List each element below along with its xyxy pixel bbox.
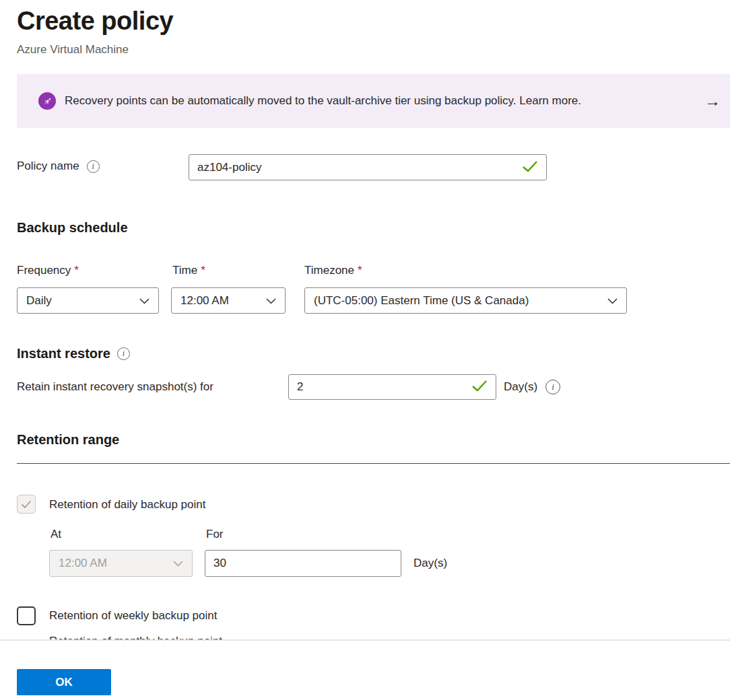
required-marker: * <box>358 264 362 277</box>
days-unit-label: Day(s) <box>413 557 447 570</box>
retain-snapshot-label: Retain instant recovery snapshot(s) for <box>17 380 213 394</box>
banner-message: Recovery points can be automatically mov… <box>65 94 581 108</box>
weekly-retention-checkbox[interactable] <box>17 606 36 625</box>
page-title: Create policy <box>17 7 173 36</box>
chevron-down-icon <box>607 294 618 308</box>
at-time-dropdown: 12:00 AM <box>49 550 193 577</box>
rocket-icon <box>38 92 56 110</box>
for-days-input[interactable] <box>213 557 393 570</box>
instant-restore-info-icon[interactable]: i <box>117 347 130 360</box>
footer-bar: OK <box>0 639 730 700</box>
vault-archive-info-banner[interactable]: Recovery points can be automatically mov… <box>17 74 730 128</box>
timezone-dropdown[interactable]: (UTC-05:00) Eastern Time (US & Canada) <box>304 287 627 314</box>
daily-retention-label: Retention of daily backup point <box>49 498 206 512</box>
timezone-value: (UTC-05:00) Eastern Time (US & Canada) <box>314 294 529 308</box>
chevron-down-icon <box>266 294 276 308</box>
policy-name-input[interactable] <box>197 161 517 174</box>
timezone-label: Timezone <box>304 264 354 277</box>
policy-name-label: Policy name <box>17 160 79 173</box>
policy-name-info-icon[interactable]: i <box>87 160 100 173</box>
section-divider <box>17 463 730 464</box>
valid-check-icon <box>471 380 488 394</box>
frequency-label: Frequency <box>17 264 71 277</box>
for-label: For <box>206 528 224 541</box>
learn-more-link[interactable]: Learn more. <box>519 94 581 107</box>
frequency-value: Daily <box>26 294 52 308</box>
time-dropdown[interactable]: 12:00 AM <box>171 287 286 314</box>
chevron-down-icon <box>173 557 183 570</box>
at-label: At <box>51 528 61 541</box>
time-label: Time <box>172 264 197 277</box>
valid-check-icon <box>522 160 538 175</box>
page-subtitle: Azure Virtual Machine <box>17 43 129 57</box>
ok-button[interactable]: OK <box>17 669 111 695</box>
for-days-input-box <box>205 550 401 577</box>
chevron-down-icon <box>139 294 150 308</box>
banner-message-text: Recovery points can be automatically mov… <box>65 94 517 107</box>
instant-restore-heading: Instant restore <box>17 346 110 361</box>
frequency-dropdown[interactable]: Daily <box>17 287 159 314</box>
at-time-value: 12:00 AM <box>59 557 107 570</box>
days-unit-label: Day(s) <box>504 380 537 394</box>
daily-retention-checkbox <box>17 495 36 514</box>
days-info-icon[interactable]: i <box>545 380 560 394</box>
arrow-right-icon[interactable]: → <box>704 93 721 109</box>
required-marker: * <box>74 264 79 277</box>
retain-snapshot-input[interactable] <box>297 380 466 394</box>
required-marker: * <box>201 264 205 277</box>
create-policy-blade: Create policy Azure Virtual Machine Reco… <box>0 0 730 700</box>
backup-schedule-heading: Backup schedule <box>17 220 128 236</box>
weekly-retention-label: Retention of weekly backup point <box>49 609 218 623</box>
retention-range-heading: Retention range <box>17 432 119 448</box>
time-value: 12:00 AM <box>180 294 229 308</box>
retain-snapshot-input-box <box>288 374 496 400</box>
policy-name-input-box <box>189 154 547 180</box>
